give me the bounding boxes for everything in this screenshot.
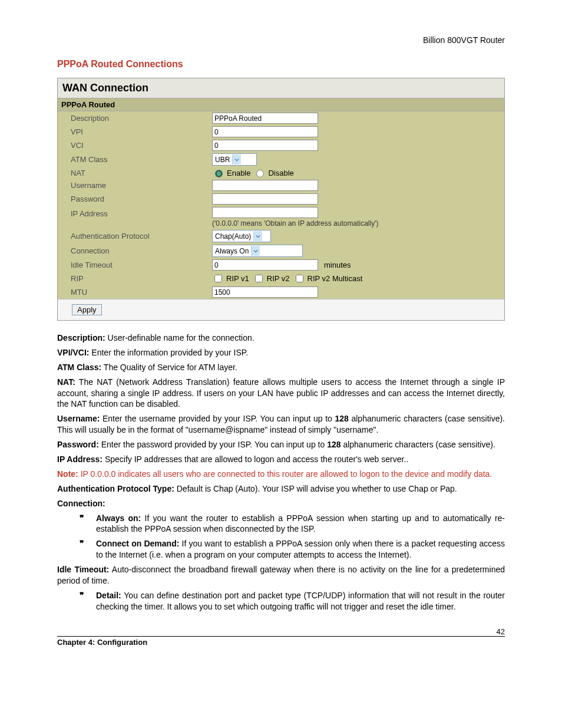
cod-term: Connect on Demand: [96, 539, 179, 548]
label-vpi: VPI [58, 127, 212, 136]
ip-address-hint: ('0.0.0.0' means 'Obtain an IP address a… [212, 219, 378, 228]
chevron-down-icon [253, 231, 262, 241]
rip-v2-label: RIP v2 [267, 274, 290, 283]
atm-class-select[interactable]: UBR [212, 153, 257, 166]
pw-text1: Enter the password provided by your ISP.… [99, 440, 327, 449]
product-header: Billion 800VGT Router [57, 35, 505, 45]
idle-text: Auto-disconnect the broadband firewall g… [57, 565, 505, 585]
label-nat: NAT [58, 169, 212, 177]
connection-select[interactable]: Always On [212, 245, 303, 257]
vci-input[interactable] [212, 140, 318, 151]
label-vci: VCI [58, 141, 212, 150]
nat-disable-radio[interactable] [256, 170, 264, 177]
detail-term: Detail: [96, 591, 121, 600]
vpivci-text: Enter the information provided by your I… [89, 348, 248, 357]
nat-enable-radio[interactable] [215, 170, 223, 177]
pw-n: 128 [327, 440, 340, 449]
auth-text: Default is Chap (Auto). Your ISP will ad… [174, 484, 457, 493]
rip-v1-label: RIP v1 [226, 274, 249, 283]
auth-term: Authentication Protocol Type: [57, 484, 174, 493]
label-rip: RIP [58, 274, 212, 283]
detail-text: You can define destination port and pack… [96, 591, 505, 611]
vpi-input[interactable] [212, 126, 318, 137]
connection-value: Always On [213, 247, 251, 255]
user-n: 128 [335, 414, 349, 423]
nat-term: NAT: [57, 377, 75, 387]
apply-button[interactable]: Apply [72, 304, 102, 315]
rip-v2m-checkbox[interactable] [296, 275, 303, 282]
label-username: Username [58, 181, 212, 190]
label-auth-protocol: Authentication Protocol [58, 232, 212, 241]
panel-title: WAN Connection [58, 78, 504, 98]
rip-v2m-label: RIP v2 Multicast [308, 274, 363, 283]
wan-connection-panel: WAN Connection PPPoA Routed Description … [57, 78, 505, 321]
vpivci-term: VPI/VCI: [57, 348, 89, 357]
auth-protocol-value: Chap(Auto) [213, 232, 253, 241]
label-mtu: MTU [58, 288, 212, 297]
idle-term: Idle Timeout: [57, 565, 109, 574]
user-text1: Enter the username provided by your ISP.… [100, 414, 335, 423]
pw-text2: alphanumeric characters (case sensitive)… [341, 440, 495, 449]
auth-protocol-select[interactable]: Chap(Auto) [212, 230, 271, 242]
password-input[interactable] [212, 193, 318, 205]
note-term: Note: [57, 469, 78, 479]
atm-term: ATM Class: [57, 363, 101, 372]
always-on-term: Always on: [96, 513, 141, 523]
user-term: Username: [57, 414, 100, 423]
document-body: Description: User-definable name for the… [57, 332, 505, 612]
always-on-text: If you want the router to establish a PP… [96, 513, 505, 534]
bullet-icon: ❞ [80, 538, 96, 561]
label-idle-timeout: Idle Timeout [58, 261, 212, 269]
panel-subtitle: PPPoA Routed [58, 98, 504, 111]
idle-timeout-input[interactable] [212, 259, 318, 271]
chevron-down-icon [232, 154, 241, 164]
desc-term: Description: [57, 333, 105, 342]
note-text: IP 0.0.0.0 indicates all users who are c… [78, 469, 492, 479]
atm-text: The Quality of Service for ATM layer. [101, 363, 237, 372]
label-password: Password [58, 195, 212, 203]
label-atm-class: ATM Class [58, 155, 212, 164]
rip-v1-checkbox[interactable] [214, 275, 222, 282]
pw-term: Password: [57, 440, 99, 449]
idle-timeout-suffix: minutes [324, 261, 351, 269]
ip-text: Specify IP addresses that are allowed to… [103, 454, 408, 464]
mtu-input[interactable] [212, 286, 318, 298]
conn-term: Connection: [57, 499, 105, 508]
rip-v2-checkbox[interactable] [255, 275, 263, 282]
bullet-icon: ❞ [80, 590, 96, 612]
footer-chapter: Chapter 4: Configuration [57, 638, 147, 647]
nat-disable-label: Disable [268, 169, 293, 177]
chevron-down-icon [251, 246, 260, 256]
atm-class-value: UBR [213, 156, 232, 164]
footer-page-number: 42 [497, 627, 505, 636]
section-title: PPPoA Routed Connections [57, 59, 505, 70]
label-ip-address: IP Address [58, 207, 212, 218]
username-input[interactable] [212, 180, 318, 191]
desc-text: User-definable name for the connection. [105, 333, 254, 342]
description-input[interactable] [212, 113, 318, 124]
ip-term: IP Address: [57, 454, 103, 464]
label-connection: Connection [58, 246, 212, 255]
label-description: Description [58, 114, 212, 123]
bullet-icon: ❞ [80, 513, 96, 535]
nat-text: The NAT (Network Address Translation) fe… [57, 377, 505, 409]
nat-enable-label: Enable [227, 169, 250, 177]
ip-address-input[interactable] [212, 207, 318, 218]
